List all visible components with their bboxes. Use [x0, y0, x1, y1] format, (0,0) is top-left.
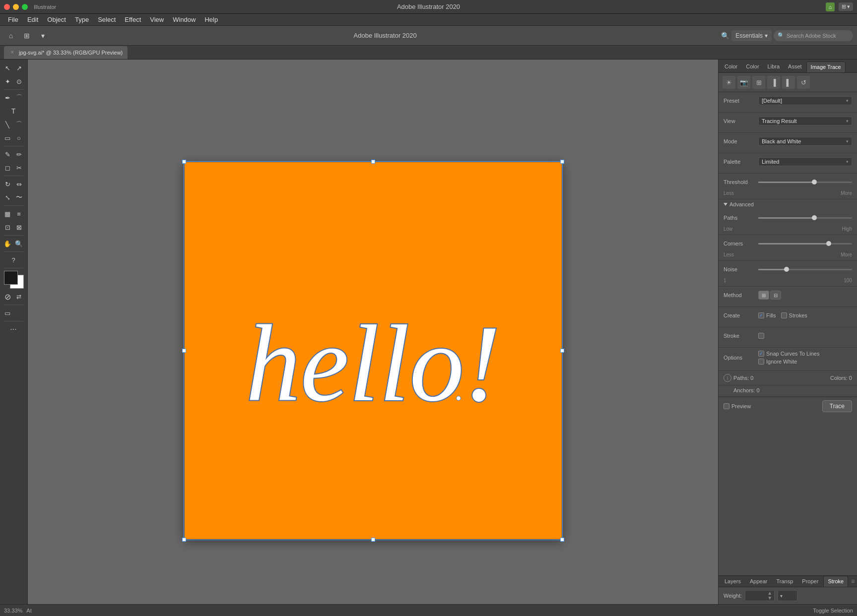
curvature-tool[interactable]: ⌒	[13, 91, 24, 104]
selection-tool[interactable]: ↖	[2, 62, 13, 74]
tab-close-btn[interactable]: ×	[9, 49, 16, 56]
scissors-tool[interactable]: ✂	[13, 161, 24, 174]
ignore-white-checkbox[interactable]	[758, 359, 764, 365]
eraser-tool[interactable]: ◻	[2, 161, 13, 174]
panel-icon-bars1[interactable]: ▐	[767, 76, 780, 89]
advanced-header[interactable]: Advanced	[719, 199, 857, 209]
minimize-button[interactable]	[13, 4, 19, 10]
panel-icon-camera[interactable]: 📷	[737, 76, 750, 89]
tab-color-1[interactable]: Color	[721, 62, 741, 72]
tab-asset[interactable]: Asset	[784, 62, 806, 72]
search-icon[interactable]: 🔍	[721, 31, 729, 40]
menu-item-select[interactable]: Select	[94, 15, 120, 24]
maximize-button[interactable]	[22, 4, 28, 10]
column-graph-tool[interactable]: ▦	[2, 207, 13, 220]
weight-stepper[interactable]: ▲▼	[767, 591, 772, 601]
magic-wand-tool[interactable]: ✦	[2, 75, 13, 88]
document-tab[interactable]: × jpg-svg.ai* @ 33.33% (RGB/GPU Preview)	[4, 46, 128, 59]
zoom-tool[interactable]: 🔍	[13, 237, 24, 250]
preset-dropdown[interactable]: [Default] ▾	[758, 96, 852, 105]
artboard-tool[interactable]: ⊡	[2, 221, 13, 234]
menu-item-file[interactable]: File	[4, 15, 22, 24]
lasso-tool[interactable]: ⊙	[13, 75, 24, 88]
panel-scroll-area[interactable]: ☀ 📷 ⊞ ▐ ▌ ↺ Preset [Default] ▾	[719, 73, 857, 575]
foreground-color[interactable]	[4, 271, 18, 285]
mode-dropdown[interactable]: Black and White ▾	[758, 137, 852, 146]
panel-icon-rotate[interactable]: ↺	[797, 76, 810, 89]
stroke-checkbox[interactable]	[758, 333, 764, 339]
preview-checkbox-row: Preview	[724, 403, 751, 409]
tab-image-trace[interactable]: Image Trace	[806, 62, 846, 72]
arc-tool[interactable]: ⌒	[13, 118, 24, 131]
type-tool[interactable]: T	[2, 105, 25, 118]
snap-curves-checkbox[interactable]: ✓	[758, 351, 764, 357]
noise-slider-thumb[interactable]	[784, 267, 789, 272]
slice-tool[interactable]: ⊠	[13, 221, 24, 234]
close-button[interactable]	[4, 4, 10, 10]
reflect-tool[interactable]: ⇔	[13, 178, 24, 190]
tab-color-2[interactable]: Color	[742, 62, 763, 72]
workspace-switcher[interactable]: ⊞ ▾	[839, 2, 853, 11]
more-tools-btn[interactable]: ···	[2, 323, 25, 336]
strokes-checkbox[interactable]	[781, 312, 787, 318]
ellipse-tool[interactable]: ○	[13, 131, 24, 144]
panel-icon-bars2[interactable]: ▌	[782, 76, 795, 89]
menu-item-type[interactable]: Type	[71, 15, 93, 24]
tab-proper[interactable]: Proper	[798, 576, 822, 586]
view-dropdown[interactable]: Tracing Result ▾	[758, 117, 852, 125]
home-toolbar-btn[interactable]: ⌂	[4, 29, 18, 43]
swap-colors-icon[interactable]: ⇄	[13, 290, 24, 303]
corners-slider-thumb[interactable]	[826, 241, 831, 246]
paths-slider-thumb[interactable]	[812, 215, 817, 220]
rect-tool[interactable]: ▭	[2, 131, 13, 144]
scale-tool[interactable]: ⤡	[2, 191, 13, 204]
tab-transp[interactable]: Transp	[773, 576, 797, 586]
menu-item-edit[interactable]: Edit	[23, 15, 42, 24]
noise-slider-track[interactable]	[758, 269, 852, 270]
tab-appear[interactable]: Appear	[746, 576, 771, 586]
info-icon[interactable]: i	[724, 374, 731, 382]
workspace-arrow-btn[interactable]: ▾	[36, 29, 50, 43]
paths-slider-track[interactable]	[758, 217, 852, 219]
bar-graph-tool[interactable]: ≡	[13, 207, 24, 220]
direct-selection-tool[interactable]: ↗	[13, 62, 24, 74]
palette-dropdown[interactable]: Limited ▾	[758, 157, 852, 166]
tab-stroke[interactable]: Stroke	[823, 576, 848, 587]
palette-value: Limited	[762, 159, 779, 165]
threshold-slider-track[interactable]	[758, 182, 852, 183]
paintbrush-tool[interactable]: ✎	[2, 148, 13, 161]
fills-checkbox[interactable]: ✓	[758, 312, 764, 318]
threshold-slider-thumb[interactable]	[812, 180, 817, 185]
menu-item-object[interactable]: Object	[43, 15, 70, 24]
rotate-tool[interactable]: ↻	[2, 178, 13, 190]
pen-tool[interactable]: ✒	[2, 91, 13, 104]
menu-item-help[interactable]: Help	[200, 15, 222, 24]
method-btn-2[interactable]: ⊟	[770, 291, 781, 300]
weight-input[interactable]: ▲▼	[745, 590, 775, 601]
draw-normal-icon[interactable]: ▭	[2, 307, 13, 319]
warp-tool[interactable]: 〜	[13, 191, 24, 204]
home-icon[interactable]: ⌂	[826, 2, 835, 11]
weight-unit-dropdown[interactable]: ▾	[778, 590, 797, 601]
preview-checkbox[interactable]	[724, 403, 729, 409]
pencil-tool[interactable]: ✏	[13, 148, 24, 161]
tab-libraries[interactable]: Libra	[764, 62, 784, 72]
none-icon[interactable]: ⊘	[2, 290, 13, 303]
workspace-icon-btn[interactable]: ⊞	[20, 29, 34, 43]
panel-menu-icon[interactable]: ≡	[849, 576, 857, 587]
line-tool[interactable]: ╲	[2, 118, 13, 131]
canvas-scroll[interactable]: hello!	[28, 60, 718, 604]
tab-layers[interactable]: Layers	[721, 576, 745, 586]
menu-item-view[interactable]: View	[146, 15, 168, 24]
menu-item-window[interactable]: Window	[169, 15, 199, 24]
hand-tool[interactable]: ✋	[2, 237, 13, 250]
panel-icon-sun[interactable]: ☀	[723, 76, 735, 89]
corners-slider-track[interactable]	[758, 243, 852, 245]
method-btn-1[interactable]: ⊞	[758, 291, 769, 300]
search-adobe-stock[interactable]: 🔍 Search Adobe Stock	[774, 30, 853, 41]
question-mark-tool[interactable]: ?	[2, 253, 25, 266]
trace-button[interactable]: Trace	[822, 400, 852, 412]
panel-icon-grid[interactable]: ⊞	[752, 76, 765, 89]
menu-item-effect[interactable]: Effect	[121, 15, 145, 24]
essentials-btn[interactable]: Essentials ▾	[731, 30, 772, 41]
